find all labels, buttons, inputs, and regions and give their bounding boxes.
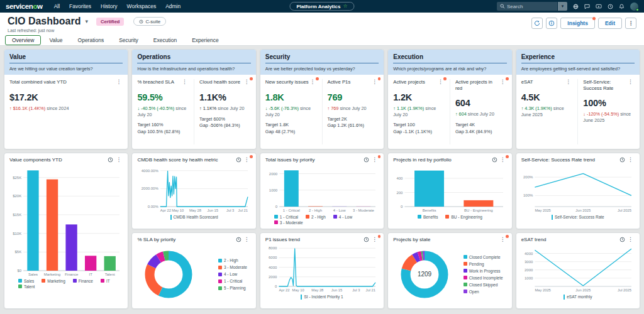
more-button[interactable]: ⋮: [625, 18, 636, 29]
servicenow-logo[interactable]: servicenow: [6, 3, 43, 10]
chart-canvas-self-service-success-rate-trend[interactable]: 100%200%May 2025Jun 2025Jul 2025: [522, 165, 634, 214]
time-range-icon[interactable]: [619, 157, 625, 163]
kebab-menu-icon[interactable]: ⋮: [244, 79, 250, 85]
legend-item-closed-skipped[interactable]: Closed Skipped: [464, 283, 503, 287]
kpi-total-combined-value-ytd[interactable]: Total combined value YTD⋮$17.2K↑ $16.1K …: [9, 79, 123, 144]
insights-button[interactable]: Insights: [560, 18, 595, 29]
tab-security[interactable]: Security: [112, 35, 145, 45]
kpi-cloud-health-score[interactable]: Cloud health score⋮1.1K%↑ 1.1K% since Ju…: [194, 79, 251, 144]
legend-item-it[interactable]: IT: [101, 279, 110, 283]
kpi-active-projects-in-red[interactable]: Active projects in red⋮604↑ 604 since Ju…: [450, 79, 507, 144]
legend-item-5-planning[interactable]: 5 - Planning: [218, 286, 247, 290]
kebab-menu-icon[interactable]: ⋮: [628, 79, 633, 85]
time-range-icon[interactable]: [492, 157, 497, 163]
kebab-menu-icon[interactable]: ⋮: [565, 79, 571, 85]
chart-canvas-cmdb-health-score-by-health-metric[interactable]: 0.00%2000.00%4000.00%Apr 22May 10May 28J…: [138, 165, 250, 214]
search-scope-caret[interactable]: ▾: [558, 2, 567, 11]
legend-item-si-incident-priority-1[interactable]: SI - Incident Priority 1: [301, 295, 343, 300]
legend-item-open[interactable]: Open: [464, 290, 503, 294]
kebab-menu-icon[interactable]: ⋮: [438, 79, 443, 85]
tab-execution[interactable]: Execution: [147, 35, 184, 45]
edit-button[interactable]: Edit: [598, 18, 622, 29]
legend-item-closed-complete[interactable]: Closed Complete: [464, 255, 503, 259]
legend-item-finance[interactable]: Finance: [73, 279, 93, 283]
tab-overview[interactable]: Overview: [5, 35, 41, 45]
bar-marketing[interactable]: [47, 179, 58, 270]
tab-value[interactable]: Value: [42, 35, 69, 45]
c-suite-tag[interactable]: C-suite: [133, 17, 166, 26]
kebab-menu-icon[interactable]: ⋮: [500, 79, 506, 85]
trend-line[interactable]: [535, 173, 631, 195]
legend-item-2-high[interactable]: 2 - High: [306, 215, 326, 219]
chart-canvas-total-issues-by-priority[interactable]: 0100020001 - Critical2 - High4 - Low3 - …: [266, 165, 378, 214]
nav-item-favorites[interactable]: Favorites: [69, 3, 91, 9]
legend-item-4-low[interactable]: 4 - Low: [333, 215, 352, 219]
refresh-button[interactable]: [531, 18, 543, 29]
help-clock-icon[interactable]: [608, 4, 613, 9]
legend-item-4-low[interactable]: 4 - Low: [218, 272, 247, 276]
bar-2-high[interactable]: [308, 206, 323, 207]
bar-sales[interactable]: [28, 170, 39, 271]
favorite-star-icon[interactable]: ☆: [343, 4, 347, 9]
chart-canvas-esat-trend[interactable]: 1000200030004000May 2025Jun 2025Jul 2025: [522, 244, 634, 293]
time-range-icon[interactable]: [619, 237, 625, 242]
legend-item-work-in-progress[interactable]: Work in Progress: [464, 269, 503, 273]
kebab-menu-icon[interactable]: ⋮: [116, 157, 121, 163]
nav-item-history[interactable]: History: [101, 3, 117, 9]
kebab-menu-icon[interactable]: ⋮: [500, 237, 506, 242]
chart-canvas-projects-in-red-by-portfolio[interactable]: 0200400BenefitsBU - Engineering: [394, 165, 506, 214]
time-range-icon[interactable]: [364, 237, 369, 242]
kebab-menu-icon[interactable]: ⋮: [372, 79, 377, 85]
kpi-new-security-issues[interactable]: New security issues⋮1.8K↓ -5.6K (-76.3%)…: [265, 79, 317, 144]
kebab-menu-icon[interactable]: ⋮: [182, 79, 187, 85]
kebab-menu-icon[interactable]: ⋮: [628, 157, 633, 163]
legend-item-3-moderate[interactable]: 3 - Moderate: [274, 220, 303, 225]
bar-finance[interactable]: [66, 224, 77, 271]
legend-item-benefits[interactable]: Benefits: [418, 215, 438, 219]
time-range-icon[interactable]: [364, 157, 369, 163]
nav-item-all[interactable]: All: [54, 3, 60, 9]
kpi-active-projects[interactable]: Active projects⋮1.2K↑ 1.1K (1.9K%) since…: [393, 79, 445, 144]
tab-experience[interactable]: Experience: [185, 35, 226, 45]
kpi-active-p1s[interactable]: Active P1s⋮769↑ 769 since July 20Target …: [322, 79, 379, 144]
chart-canvas-p1-issues-trend[interactable]: 02000400060008000Apr 22May 10May 28Jun 1…: [266, 244, 378, 293]
kpi-self-service-success-rate[interactable]: Self-Service: Success Rate⋮100%↓ -120% (…: [577, 79, 635, 144]
kebab-menu-icon[interactable]: ⋮: [244, 157, 250, 163]
bar-1-critical[interactable]: [284, 170, 299, 207]
chat-icon[interactable]: [584, 4, 590, 9]
legend-item-marketing[interactable]: Marketing: [42, 279, 65, 283]
notifications-bell-icon[interactable]: [619, 4, 625, 9]
legend-item-1-critical[interactable]: 1 - Critical: [218, 279, 247, 283]
bar-bu-engineering[interactable]: [464, 200, 494, 206]
workspace-switcher[interactable]: Platform Analytics ☆: [289, 2, 354, 11]
global-search[interactable]: ▾: [497, 2, 567, 11]
time-range-icon[interactable]: [236, 237, 242, 242]
avatar[interactable]: [630, 3, 638, 11]
legend-item-2-high[interactable]: 2 - High: [218, 258, 247, 263]
kebab-menu-icon[interactable]: ⋮: [500, 157, 506, 163]
kebab-menu-icon[interactable]: ⋮: [310, 79, 316, 85]
info-button[interactable]: [546, 18, 557, 29]
title-caret-icon[interactable]: ▾: [85, 18, 88, 24]
kebab-menu-icon[interactable]: ⋮: [116, 79, 121, 85]
kebab-menu-icon[interactable]: ⋮: [372, 157, 377, 163]
tab-operations[interactable]: Operations: [71, 35, 111, 45]
kebab-menu-icon[interactable]: ⋮: [244, 237, 250, 242]
legend-item-self-service-success-rate[interactable]: Self-Service: Success Rate: [552, 215, 604, 220]
time-range-icon[interactable]: [236, 157, 242, 163]
legend-item-cmdb-health-scorecard[interactable]: CMDB Health Scorecard: [170, 215, 218, 220]
kpi-breached-sla[interactable]: % breached SLA⋮59.5%↓ -40.5% (-40.5%) si…: [137, 79, 189, 144]
legend-item-3-moderate[interactable]: 3 - Moderate: [218, 265, 247, 269]
kebab-menu-icon[interactable]: ⋮: [372, 237, 377, 242]
sphere-icon[interactable]: [573, 4, 579, 9]
screen-icon[interactable]: [596, 4, 602, 9]
legend-item-esat-monthly[interactable]: eSAT monthly: [564, 295, 592, 300]
legend-item-talent[interactable]: Talent: [18, 284, 35, 289]
nav-item-admin[interactable]: Admin: [165, 3, 180, 9]
legend-item-closed-incomplete[interactable]: Closed Incomplete: [464, 276, 503, 280]
legend-item-pending[interactable]: Pending: [464, 262, 503, 266]
chart-canvas-sla-by-priority[interactable]: [140, 246, 197, 303]
search-input[interactable]: [507, 4, 551, 9]
kebab-menu-icon[interactable]: ⋮: [628, 237, 633, 242]
bar-it[interactable]: [85, 256, 96, 271]
